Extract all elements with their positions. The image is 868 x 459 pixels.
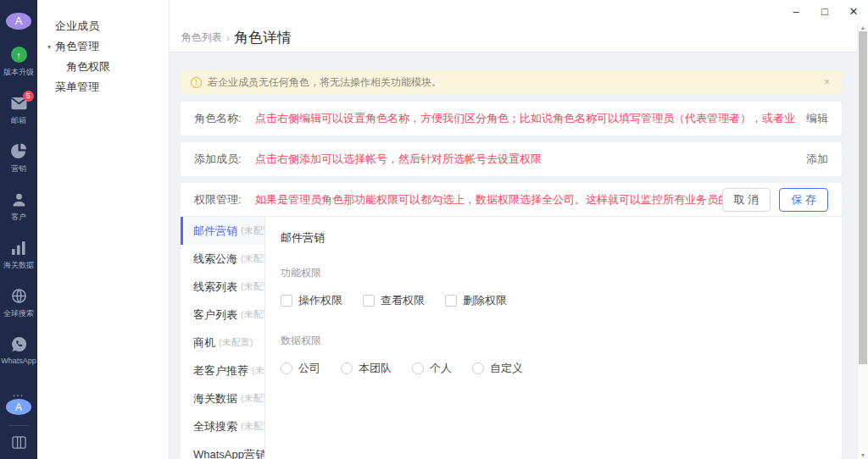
sidebar-item-mail[interactable]: 5 邮箱 [10,95,27,126]
save-button[interactable]: 保 存 [779,188,828,212]
sidebar-item-customers[interactable]: 客户 [10,191,27,223]
tab-email-marketing[interactable]: 邮件营销 (未配置) [181,217,264,245]
minimize-button[interactable]: – [782,0,810,24]
pie-chart-icon [11,143,27,160]
avatar-bottom[interactable]: A [6,399,31,416]
whatsapp-icon [11,336,27,353]
cancel-button[interactable]: 取 消 [722,188,771,212]
edit-link[interactable]: 编辑 [796,111,828,126]
permission-header: 权限管理: 如果是管理员角色那功能权限可以都勾选上，数据权限选择全公司。这样就可… [181,183,842,217]
role-name-card: 角色名称: 点击右侧编辑可以设置角色名称，方便我们区分角色；比如说角色名称可以填… [181,102,842,135]
chevron-down-icon: ▾ [47,43,55,51]
tab-old-customer-recommend[interactable]: 老客户推荐 (未配置) [181,357,264,384]
upgrade-icon: ↑ [11,47,27,64]
content-area: ! 若企业成员无任何角色，将无法操作相关功能模块。 × 角色名称: 点击右侧编辑… [170,53,868,459]
scroll-down-icon[interactable]: ▼ [858,452,868,458]
globe-icon [11,288,27,305]
bar-chart-icon [11,240,26,257]
checkbox-operate-permission[interactable]: 操作权限 [281,293,342,308]
sidebar-item-upgrade[interactable]: ↑ 版本升级 [2,47,36,78]
panel-title: 邮件营销 [281,230,825,246]
warning-icon: ! [191,77,202,88]
role-name-hint: 点击右侧编辑可以设置角色名称，方便我们区分角色；比如说角色名称可以填写管理员（代… [255,111,796,126]
radio-icon [281,362,292,374]
sidebar-item-whatsapp[interactable]: WhatsApp [0,336,38,365]
tab-opportunity[interactable]: 商机 (未配置) [181,329,264,357]
checkbox-delete-permission[interactable]: 删除权限 [445,293,507,308]
permission-card: 权限管理: 如果是管理员角色那功能权限可以都勾选上，数据权限选择全公司。这样就可… [181,183,842,459]
tab-lead-list[interactable]: 线索列表 (未配置) [181,273,264,301]
breadcrumb-separator: › [226,32,230,44]
tab-customs-data[interactable]: 海关数据 (未配置) [181,384,264,412]
radio-company[interactable]: 公司 [281,361,320,376]
close-button[interactable]: ✕ [839,0,868,24]
settings-sidebar: 企业成员 ▾ 角色管理 角色权限 菜单管理 [37,0,170,459]
window-titlebar: – □ ✕ [170,0,868,24]
radio-icon [412,362,424,374]
radio-icon [472,362,484,374]
sidebar-item-menu-management[interactable]: 菜单管理 [37,77,169,97]
add-link[interactable]: 添加 [796,152,828,167]
maximize-button[interactable]: □ [810,0,839,24]
sidebar-item-role-management[interactable]: ▾ 角色管理 [37,36,169,57]
layout-grid-icon[interactable] [12,436,26,449]
radio-personal[interactable]: 个人 [412,361,452,376]
radio-icon [341,362,353,374]
sidebar-item-customs-data[interactable]: 海关数据 [2,240,36,271]
app-window: A ↑ 版本升级 5 邮箱 营销 [0,0,868,459]
checkbox-icon [281,295,292,307]
tab-lead-pool[interactable]: 线索公海 (未配置) [181,245,264,273]
scrollbar-thumb[interactable] [859,31,867,364]
sidebar-item-role-permission[interactable]: 角色权限 [37,57,169,77]
checkbox-view-permission[interactable]: 查看权限 [363,293,425,308]
page-title: 角色详情 [234,28,292,47]
permission-hint: 如果是管理员角色那功能权限可以都勾选上，数据权限选择全公司。这样就可以监控所有业… [255,192,722,207]
sidebar-item-global-search[interactable]: 全球搜索 [2,288,36,319]
mail-icon: 5 [11,95,27,112]
sidebar-item-marketing[interactable]: 营销 [10,143,27,174]
permission-panel: 邮件营销 功能权限 操作权限 查看权限 [265,217,842,459]
vertical-scrollbar[interactable]: ▲ ▼ [857,24,868,459]
rail-divider [8,425,29,426]
person-icon [11,191,27,208]
radio-team[interactable]: 本团队 [341,361,392,376]
tab-whatsapp-marketing[interactable]: WhatsApp营销 (未配置) [181,440,264,459]
add-member-hint: 点击右侧添加可以选择帐号，然后针对所选帐号去设置权限 [255,152,542,167]
banner-close-icon[interactable]: × [822,76,832,88]
breadcrumb-role-list[interactable]: 角色列表 [181,30,222,45]
more-icon[interactable]: … [12,385,25,399]
warning-banner: ! 若企业成员无任何角色，将无法操作相关功能模块。 × [181,70,842,94]
avatar[interactable]: A [6,13,31,30]
checkbox-icon [445,295,457,307]
radio-custom[interactable]: 自定义 [472,361,523,376]
mail-badge: 5 [23,91,34,102]
tab-customer-list[interactable]: 客户列表 (未配置) [181,301,264,329]
icon-rail: A ↑ 版本升级 5 邮箱 营销 [0,0,37,459]
role-name-label: 角色名称: [194,111,255,126]
warning-text: 若企业成员无任何角色，将无法操作相关功能模块。 [208,75,442,90]
scroll-up-icon[interactable]: ▲ [858,25,868,30]
sidebar-item-enterprise-members[interactable]: 企业成员 [37,16,169,36]
tab-global-search[interactable]: 全球搜索 (未配置) [181,412,264,440]
module-tabs: 邮件营销 (未配置) 线索公海 (未配置) 线索列表 (未配置) 客户列表 [181,217,265,459]
main-area: – □ ✕ 角色列表 › 角色详情 ! 若企业成员无任何角色，将无法操作相关功能… [170,0,868,459]
breadcrumb: 角色列表 › 角色详情 [170,24,868,53]
add-member-label: 添加成员: [194,152,255,167]
data-permission-label: 数据权限 [281,334,825,348]
function-permission-label: 功能权限 [281,266,825,280]
add-member-card: 添加成员: 点击右侧添加可以选择帐号，然后针对所选帐号去设置权限 添加 [181,142,842,176]
checkbox-icon [363,295,375,307]
permission-label: 权限管理: [194,192,255,207]
function-permission-options: 操作权限 查看权限 删除权限 [281,293,825,308]
data-permission-options: 公司 本团队 个人 自 [281,361,825,376]
permission-body: 邮件营销 (未配置) 线索公海 (未配置) 线索列表 (未配置) 客户列表 [181,217,842,459]
